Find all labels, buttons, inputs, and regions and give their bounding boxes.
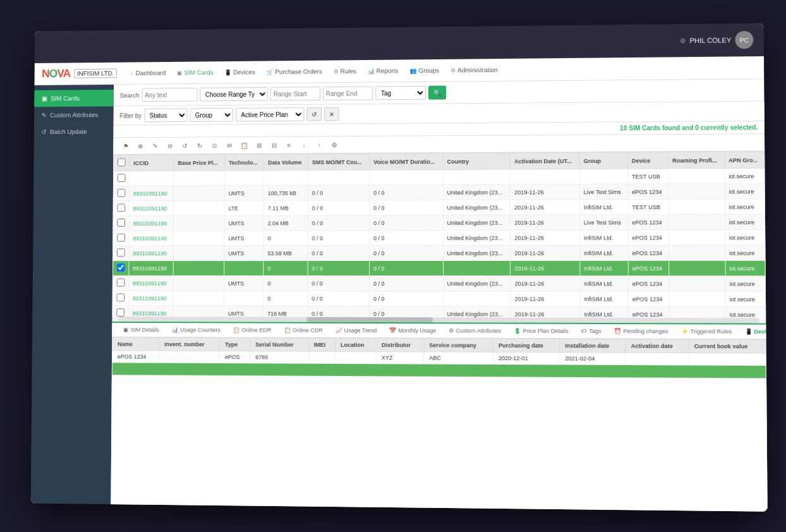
tab-sim-details[interactable]: ▣ SIM Details: [117, 323, 165, 338]
tab-price-plan-details[interactable]: 💲 Price Plan Details: [507, 324, 575, 340]
icon-btn-flag[interactable]: ⚑: [119, 140, 132, 152]
online-edr-icon: 📋: [233, 327, 240, 333]
search-button[interactable]: 🔍: [428, 86, 446, 100]
nav-item-purchase-orders[interactable]: 🛒 Purchase Orders: [262, 65, 327, 78]
table-row[interactable]: 89310391190UMTS100,735 kB0 / 00 / 0Unite…: [113, 184, 765, 201]
select-all-checkbox[interactable]: [118, 159, 126, 167]
search-input[interactable]: [142, 88, 197, 102]
table-row[interactable]: 89310391190UMTS00 / 00 / 0United Kingdom…: [112, 275, 765, 291]
cell-voice: [370, 170, 444, 185]
table-row[interactable]: 8931039119000 / 00 / 02019-11-26InfiSIM …: [112, 291, 765, 307]
nav-label: Administration: [457, 66, 498, 74]
usage-counters-icon: 📊: [171, 327, 178, 333]
cell-base-price: [174, 215, 225, 231]
row-checkbox[interactable]: [117, 219, 125, 227]
icon-btn-edit[interactable]: ✎: [149, 140, 162, 152]
nav-item-administration[interactable]: ⚙ Administration: [445, 64, 503, 76]
clear-button[interactable]: ✕: [323, 107, 339, 121]
cell-roaming: [668, 214, 725, 229]
row-checkbox[interactable]: [118, 174, 126, 182]
icon-btn-expand[interactable]: ⊞: [253, 139, 265, 152]
row-checkbox-cell: [112, 291, 129, 306]
icon-btn-settings[interactable]: ⚙: [328, 138, 341, 151]
cell-tech: [224, 171, 263, 186]
range-start-input[interactable]: [270, 87, 320, 100]
tab-label: Monthly Usage: [398, 327, 436, 334]
nav-label: Groups: [418, 67, 439, 74]
nav-item-rules[interactable]: ⚙ Rules: [329, 65, 361, 77]
cell-group: Live Test Sims: [579, 215, 627, 230]
cell-sms: 0 / 0: [308, 291, 369, 306]
detail-col-purchasing: Purchasing date: [493, 339, 559, 353]
cell-voice: 0 / 0: [369, 260, 443, 275]
tab-online-cdr[interactable]: 📋 Online CDR: [277, 323, 329, 339]
icon-btn-remove[interactable]: ⊖: [164, 140, 176, 152]
detail-table: Name Invent. number Type Serial Number I…: [112, 337, 766, 379]
tab-monthly-usage[interactable]: 📅 Monthly Usage: [383, 323, 442, 339]
icon-btn-copy[interactable]: 📋: [238, 139, 251, 152]
tab-tags[interactable]: 🏷 Tags: [575, 324, 608, 339]
table-row[interactable]: 89310391190UMTS00 / 00 / 0United Kingdom…: [113, 230, 765, 246]
tab-device[interactable]: 📱 Device: [738, 325, 766, 340]
icon-btn-down[interactable]: ↓: [298, 138, 310, 151]
row-checkbox[interactable]: [117, 279, 125, 287]
nav-item-reports[interactable]: 📊 Reports: [363, 64, 404, 76]
table-row[interactable]: 8931039119000 / 00 / 02019-11-26InfiSIM …: [112, 260, 765, 275]
cell-group: InfiSIM Ltd.: [579, 230, 627, 245]
price-plan-select[interactable]: Active Price Plan: [236, 107, 304, 121]
col-country: Country: [443, 153, 510, 169]
row-checkbox[interactable]: [117, 293, 125, 301]
icon-btn-undo[interactable]: ↺: [179, 140, 191, 152]
row-checkbox[interactable]: [116, 308, 124, 317]
icon-btn-email[interactable]: ✉: [223, 139, 236, 152]
cell-country: [443, 169, 510, 184]
cell-voice: 0 / 0: [369, 306, 443, 318]
col-data-vol: Data Volume: [264, 154, 308, 171]
choose-range-type-select[interactable]: Choose Range Type: [200, 87, 268, 102]
row-checkbox[interactable]: [118, 189, 126, 197]
icon-btn-redo[interactable]: ↻: [193, 139, 206, 152]
table-row[interactable]: 89310391190UMTS2.04 MB0 / 00 / 0United K…: [113, 214, 765, 231]
icon-btn-view[interactable]: ⊙: [209, 139, 221, 152]
sidebar-item-batch-update[interactable]: ↺ Batch Update: [34, 123, 114, 140]
cell-sms: 0 / 0: [308, 261, 369, 276]
tag-select[interactable]: Tag: [375, 86, 426, 100]
tab-pending-changes[interactable]: ⏰ Pending changes: [608, 324, 675, 339]
icon-btn-list[interactable]: ≡: [283, 139, 296, 152]
nav-item-groups[interactable]: 👥 Groups: [405, 64, 445, 76]
nav-label: Devices: [233, 68, 255, 75]
cell-country: United Kingdom (23...: [443, 306, 511, 318]
nav-item-simcards[interactable]: ▣ SIM Cards: [172, 66, 219, 78]
cell-roaming: [669, 306, 725, 318]
sidebar-item-simcards[interactable]: ▣ SIM Cards: [34, 90, 114, 107]
detail-selected-row[interactable]: [112, 363, 766, 378]
sidebar-item-custom-attributes[interactable]: ✎ Custom Attributes: [34, 106, 114, 123]
purchase-icon: 🛒: [267, 69, 274, 75]
row-checkbox[interactable]: [117, 234, 125, 242]
tab-custom-attributes[interactable]: ⚙ Custom Attributes: [442, 323, 507, 339]
row-checkbox[interactable]: [117, 203, 125, 212]
cell-iccid: 89310391190: [128, 291, 173, 306]
tab-online-edr[interactable]: 📋 Online EDR: [227, 323, 278, 338]
nav-item-devices[interactable]: 📱 Devices: [219, 66, 260, 78]
row-checkbox[interactable]: [117, 248, 125, 257]
icon-btn-up[interactable]: ↑: [313, 138, 325, 151]
cell-voice: 0 / 0: [369, 291, 443, 306]
col-apn: APN Gro...: [724, 152, 764, 169]
refresh-button[interactable]: ↺: [306, 107, 322, 121]
table-row[interactable]: 89310391190LTE7.11 MB0 / 00 / 0United Ki…: [113, 199, 765, 216]
table-row[interactable]: 89310391190UMTS53.58 MB0 / 00 / 0United …: [113, 245, 765, 261]
tab-triggered-rules[interactable]: ⚡ Triggered Rules: [675, 324, 739, 339]
status-select[interactable]: Status: [144, 108, 187, 122]
group-select[interactable]: Group: [190, 108, 233, 122]
col-roaming: Roaming Profi...: [668, 152, 724, 169]
cell-data-vol: 100,735 kB: [264, 185, 308, 200]
tab-usage-trend[interactable]: 📈 Usage Trend: [329, 323, 383, 339]
icon-btn-add[interactable]: ⊕: [134, 140, 147, 152]
range-end-input[interactable]: [323, 86, 373, 100]
cell-data-vol: 7.11 MB: [263, 200, 308, 215]
nav-item-dashboard[interactable]: ⌂ Dashboard: [126, 67, 171, 79]
row-checkbox[interactable]: [117, 263, 125, 272]
icon-btn-collapse[interactable]: ⊟: [268, 139, 281, 152]
tab-usage-counters[interactable]: 📊 Usage Counters: [165, 323, 226, 338]
